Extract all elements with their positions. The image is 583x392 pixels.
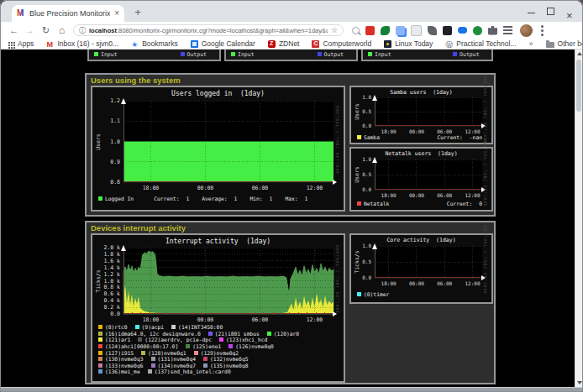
input-legend-label: Input bbox=[101, 51, 118, 58]
stat-label: Min: bbox=[249, 196, 262, 201]
users-logged-in-graph[interactable]: Users logged in (1day)Users1.21.11.00.90… bbox=[91, 86, 345, 212]
clipped-network-graph-2[interactable]: Input Output bbox=[224, 50, 358, 61]
y-tick-label: 0.9 bbox=[92, 159, 120, 165]
bookmark-item[interactable]: Linux Today bbox=[384, 39, 433, 48]
page-info-icon[interactable] bbox=[79, 26, 86, 35]
clipped-network-graph-1[interactable]: Input Output bbox=[87, 50, 221, 61]
plot-area bbox=[123, 248, 334, 314]
legend-color-square bbox=[151, 363, 155, 368]
monitorix-favicon-icon bbox=[17, 9, 25, 18]
bookmark-star-icon[interactable] bbox=[331, 26, 338, 34]
bookmarks-overflow-chevron[interactable]: » bbox=[529, 39, 533, 48]
netatalk-users-graph[interactable]: Netatalk users (1day)Users1.00.50.018:00… bbox=[349, 147, 493, 212]
bookmark-item[interactable]: Bookmarks bbox=[131, 39, 178, 48]
dark-square-extension-icon[interactable] bbox=[443, 26, 452, 35]
back-button[interactable] bbox=[6, 25, 22, 35]
legend-item: (137)snd_hda_intel:card0 bbox=[148, 368, 231, 374]
legend-label: (14)INT3450:00 bbox=[178, 324, 223, 330]
home-button[interactable] bbox=[54, 24, 70, 36]
green-circle-extension-icon[interactable] bbox=[473, 26, 482, 35]
y-tick-label: 1.0 bbox=[351, 95, 371, 100]
x-tick-label: 00:00 bbox=[409, 128, 424, 134]
legend-label: (125)eno1 bbox=[192, 343, 221, 349]
legend-row: (16)idma64.0, i2c_designware.0(21)i801_s… bbox=[98, 331, 341, 337]
y-tick-label: 0.8 k bbox=[92, 285, 120, 290]
stat-label: Max: bbox=[285, 196, 297, 201]
legend-item: (121)ar1 bbox=[98, 337, 130, 342]
interrupt-activity-graph[interactable]: Interrupt activity (1day)Ticks/s2.0 k1.8… bbox=[91, 233, 345, 383]
legend-item: (133)nvme0q6 bbox=[98, 363, 144, 368]
legend-color-square bbox=[151, 357, 155, 361]
bookmark-item[interactable]: Inbox (16) - sjvn0... bbox=[46, 39, 118, 48]
url-text: localhost:8080/monitorix-cgi/monitorix.c… bbox=[89, 27, 328, 34]
legend-label: Samba bbox=[364, 134, 380, 140]
legend-row: (133)nvme0q6(134)nvme0q7(135)nvme0q8 bbox=[98, 363, 341, 369]
legend-label: (16)idma64.0, i2c_designware.0 bbox=[105, 331, 201, 337]
y-tick-label: 0.0 bbox=[351, 187, 371, 192]
tab-strip: Blue Precision Monitorix × + bbox=[1, 1, 582, 22]
menu-kebab-icon[interactable] bbox=[541, 29, 544, 32]
puzzle-extensions-icon[interactable] bbox=[488, 26, 497, 35]
legend-row: (127)i915(128)nvme0q1(129)nvme0q2 bbox=[98, 349, 341, 356]
tab-close-icon[interactable]: × bbox=[114, 9, 119, 18]
wordpress-icon bbox=[445, 40, 453, 48]
profile-avatar[interactable] bbox=[520, 24, 533, 37]
legend-label: (0)timer bbox=[364, 291, 389, 297]
clipped-network-graph-3[interactable]: Input Output bbox=[361, 50, 493, 61]
scrollbar-thumb[interactable] bbox=[576, 60, 581, 112]
address-bar[interactable]: localhost:8080/monitorix-cgi/monitorix.c… bbox=[73, 24, 344, 36]
y-tick-label: 0.5 bbox=[351, 172, 371, 177]
bookmark-item[interactable]: Apps bbox=[8, 39, 34, 48]
plot-area bbox=[375, 246, 482, 278]
y-tick-label: 1.2 k bbox=[92, 272, 120, 277]
reload-button[interactable] bbox=[38, 25, 54, 36]
x-tick-label: 06:00 bbox=[437, 192, 452, 198]
x-tick-label: 06:00 bbox=[437, 128, 452, 134]
core-activity-graph[interactable]: Core activity (1day)Ticks/s1.00.50.018:0… bbox=[349, 233, 493, 304]
url-host: localhost bbox=[89, 27, 117, 34]
oval-extension-icon[interactable] bbox=[458, 27, 467, 34]
legend-color-square bbox=[194, 351, 198, 355]
other-bookmarks[interactable]: Other bookmarks bbox=[546, 39, 583, 48]
reading-list-icon[interactable] bbox=[503, 26, 512, 35]
forward-button[interactable] bbox=[22, 25, 38, 35]
browser-window: Blue Precision Monitorix × + localhost:8… bbox=[0, 0, 583, 392]
bookmark-item[interactable]: Practical Technol... bbox=[445, 39, 516, 48]
legend-row: Logged InCurrent:1Average:1Min:1Max:1 bbox=[98, 196, 341, 202]
leaf-extension-icon[interactable] bbox=[381, 26, 390, 35]
legend-label: (134)nvme0q7 bbox=[158, 363, 197, 368]
minimize-button[interactable] bbox=[528, 8, 535, 15]
vertical-scrollbar[interactable] bbox=[575, 50, 582, 387]
legend-item: (131)nvme0q4 bbox=[151, 356, 197, 362]
new-tab-button[interactable]: + bbox=[132, 7, 144, 18]
pen-extension-icon[interactable] bbox=[428, 26, 437, 35]
scroll-down-arrow-icon[interactable] bbox=[575, 379, 582, 387]
legend-color-square bbox=[208, 332, 213, 336]
scroll-up-arrow-icon[interactable] bbox=[575, 50, 582, 58]
legend-row: (0)timer bbox=[357, 291, 489, 298]
output-legend-square bbox=[181, 52, 185, 56]
legend-label: (132)nvme0q5 bbox=[210, 356, 249, 362]
apps-grid-icon bbox=[8, 42, 10, 44]
box-extension-icon[interactable] bbox=[411, 25, 422, 36]
pages-extension-icon[interactable] bbox=[396, 26, 405, 35]
x-tick-label: 12:00 bbox=[465, 128, 480, 134]
rrdtool-watermark: RRDTOOL / TOBI OETIKER bbox=[335, 106, 339, 175]
mail-extension-icon[interactable] bbox=[365, 26, 375, 35]
maximize-button[interactable] bbox=[547, 8, 554, 15]
legend-color-square bbox=[135, 325, 139, 329]
legend-label: (8)rtc0 bbox=[105, 324, 128, 330]
legend-color-square bbox=[98, 332, 102, 336]
close-button[interactable] bbox=[566, 8, 574, 15]
bookmark-item[interactable]: Computerworld bbox=[312, 39, 371, 48]
legend-label: (123)xhci_hcd bbox=[226, 337, 267, 342]
legend-label: (137)snd_hda_intel:card0 bbox=[155, 368, 231, 374]
bookmark-item[interactable]: ZDNet bbox=[268, 39, 300, 48]
browser-tab[interactable]: Blue Precision Monitorix × bbox=[12, 5, 124, 22]
input-legend-square bbox=[94, 52, 98, 56]
bookmark-item[interactable]: Google Calendar bbox=[191, 39, 255, 48]
samba-users-graph[interactable]: Samba users (1day)Users1.00.50.018:0000:… bbox=[349, 86, 493, 144]
legend-row: (136)mei_me(137)snd_hda_intel:card0 bbox=[98, 368, 341, 375]
y-tick-label: 0.2 k bbox=[92, 305, 120, 310]
search-icon[interactable] bbox=[352, 27, 360, 34]
